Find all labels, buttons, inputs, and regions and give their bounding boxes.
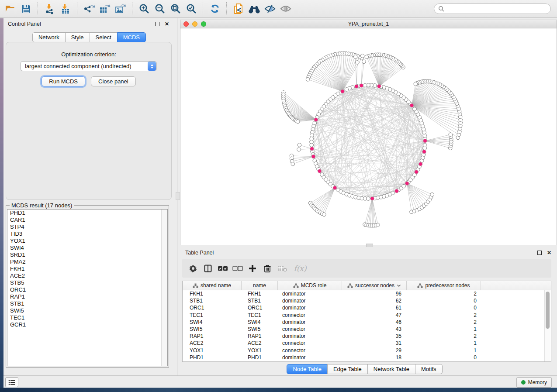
mcds-result-item[interactable]: STP4	[7, 224, 167, 230]
mcds-result-item[interactable]: GCR1	[7, 321, 167, 328]
tab-node-table[interactable]: Node Table	[287, 364, 328, 374]
refresh-layout-button[interactable]	[207, 2, 223, 16]
table-row[interactable]: RAP1RAP1dominator352	[183, 333, 551, 340]
table-row[interactable]: PHD1PHD1dominator180	[183, 354, 551, 361]
mcds-result-item[interactable]: TEC1	[7, 314, 167, 321]
table-scrollbar[interactable]	[544, 290, 550, 361]
export-image-button[interactable]	[113, 2, 128, 16]
first-neighbors-button[interactable]	[246, 2, 262, 16]
mcds-node[interactable]	[419, 162, 422, 166]
function-builder-button[interactable]: f(x)	[291, 262, 310, 275]
zoom-fit-button[interactable]	[168, 2, 183, 16]
column-header-name[interactable]: name	[242, 281, 278, 290]
result-list-scrollbar[interactable]	[161, 210, 167, 366]
mcds-node[interactable]	[333, 186, 337, 190]
mcds-result-item[interactable]: CAR1	[7, 217, 167, 224]
column-header-MCDS-role[interactable]: MCDS role	[278, 281, 342, 290]
tab-edge-table[interactable]: Edge Table	[327, 364, 368, 374]
import-network-button[interactable]	[42, 2, 58, 16]
mcds-result-item[interactable]: YOX1	[7, 237, 167, 244]
optimization-criterion-select[interactable]: largest connected component (undirected)	[21, 61, 157, 71]
mcds-node[interactable]	[360, 84, 363, 88]
column-header-successor-nodes[interactable]: successor nodes	[342, 281, 407, 290]
mcds-result-item[interactable]: PHD1	[7, 210, 167, 217]
mcds-node[interactable]	[423, 139, 427, 143]
mcds-result-list[interactable]: PHD1CAR1STP4TID3YOX1SWI4SRD1PMA2FKH1ACE2…	[7, 209, 168, 366]
run-mcds-button[interactable]: Run MCDS	[42, 76, 85, 86]
new-network-from-selection-button[interactable]	[231, 2, 246, 16]
show-hide-graphics-details-button[interactable]	[262, 2, 278, 16]
network-canvas[interactable]	[180, 28, 557, 245]
mcds-result-item[interactable]: RAP1	[7, 293, 167, 300]
table-row[interactable]: STB1STB1dominator620	[183, 297, 551, 304]
search-input[interactable]	[447, 5, 547, 12]
vertical-splitter[interactable]	[175, 18, 180, 375]
mcds-result-item[interactable]: SRD1	[7, 251, 167, 258]
mcds-node[interactable]	[395, 189, 399, 193]
export-table-button[interactable]	[97, 2, 113, 16]
mcds-node[interactable]	[311, 155, 315, 158]
tab-mcds[interactable]: MCDS	[117, 32, 146, 42]
mcds-node[interactable]	[355, 85, 359, 89]
mcds-node[interactable]	[318, 169, 322, 173]
mcds-node[interactable]	[422, 150, 426, 154]
mcds-node[interactable]	[415, 170, 419, 174]
network-graph[interactable]	[180, 28, 557, 245]
close-table-panel-button[interactable]: ✕	[546, 249, 553, 256]
task-history-button[interactable]	[5, 377, 18, 387]
memory-button[interactable]: Memory	[516, 377, 552, 388]
mcds-result-item[interactable]: PMA2	[7, 258, 167, 265]
mcds-result-item[interactable]: FKH1	[7, 265, 167, 272]
select-all-checkboxes-button[interactable]	[216, 262, 229, 275]
float-panel-button[interactable]	[154, 21, 161, 28]
save-session-button[interactable]	[18, 2, 34, 16]
mcds-node[interactable]	[405, 182, 409, 186]
add-column-button[interactable]	[246, 262, 259, 275]
mcds-result-item[interactable]: STB5	[7, 279, 167, 286]
close-panel-button-mcds[interactable]: Close panel	[91, 76, 136, 86]
import-table-button[interactable]	[58, 2, 73, 16]
table-row[interactable]: SWI5SWI5connector431	[183, 326, 551, 333]
tab-select[interactable]: Select	[90, 32, 118, 42]
deselect-all-checkboxes-button[interactable]	[231, 262, 244, 275]
network-view-titlebar[interactable]: YPA_prune.txt_1	[180, 20, 557, 28]
float-table-panel-button[interactable]	[536, 249, 543, 256]
mcds-node[interactable]	[314, 118, 318, 122]
delete-table-button[interactable]	[276, 262, 289, 275]
mcds-node[interactable]	[341, 89, 345, 93]
mcds-result-item[interactable]: ACE2	[7, 272, 167, 279]
column-header-predecessor-nodes[interactable]: predecessor nodes	[407, 281, 481, 290]
splitter-grip[interactable]	[176, 192, 180, 200]
tab-network[interactable]: Network	[32, 32, 66, 42]
mcds-result-item[interactable]: TID3	[7, 230, 167, 237]
show-hide-annotations-button[interactable]	[278, 2, 294, 16]
mcds-node[interactable]	[377, 84, 381, 88]
table-row[interactable]: TEC1TEC1connector472	[183, 312, 551, 319]
tab-network-table[interactable]: Network Table	[367, 364, 415, 374]
column-header-shared-name[interactable]: shared name	[183, 281, 242, 290]
mcds-result-item[interactable]: SWI4	[7, 244, 167, 251]
mcds-result-item[interactable]: STB1	[7, 300, 167, 307]
tab-style[interactable]: Style	[65, 32, 90, 42]
delete-column-button[interactable]	[261, 262, 274, 275]
table-scrollbar-thumb[interactable]	[546, 292, 550, 329]
table-row[interactable]: YOX1YOX1connector291	[183, 347, 551, 354]
export-network-button[interactable]	[81, 2, 97, 16]
open-file-button[interactable]	[3, 2, 18, 16]
zoom-in-button[interactable]	[136, 2, 152, 16]
search-field[interactable]	[434, 3, 551, 14]
zoom-selected-button[interactable]	[183, 2, 199, 16]
show-columns-button[interactable]	[201, 262, 214, 275]
table-options-button[interactable]	[187, 262, 200, 275]
table-row[interactable]: ACE2ACE2connector311	[183, 340, 551, 347]
mcds-node[interactable]	[410, 103, 414, 107]
mcds-node[interactable]	[370, 196, 374, 200]
tab-motifs[interactable]: Motifs	[415, 364, 443, 374]
mcds-result-item[interactable]: ORC1	[7, 286, 167, 293]
mcds-node[interactable]	[310, 147, 314, 151]
table-row[interactable]: SWI4SWI4dominator462	[183, 319, 551, 326]
mcds-result-item[interactable]: SWI5	[7, 307, 167, 314]
table-row[interactable]: FKH1FKH1dominator962	[183, 290, 551, 297]
table-row[interactable]: ORC1ORC1dominator610	[183, 304, 551, 311]
close-panel-button[interactable]: ✕	[163, 21, 170, 28]
